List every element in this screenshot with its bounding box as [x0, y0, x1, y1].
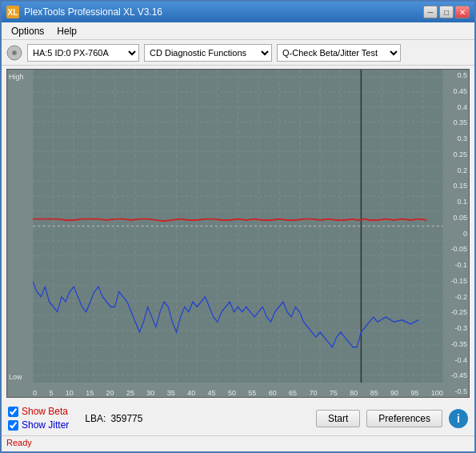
info-button[interactable]: i [449, 409, 468, 428]
window-title: PlexTools Professional XL V3.16 [24, 6, 162, 18]
svg-point-2 [14, 52, 15, 54]
buttons-right: Start Preferences i [316, 409, 468, 428]
beta-row: Show Beta [8, 406, 69, 417]
title-bar-left: XL PlexTools Professional XL V3.16 [6, 6, 162, 18]
lba-area: LBA: 359775 [85, 413, 142, 424]
toolbar: HA:5 ID:0 PX-760A CD Diagnostic Function… [2, 40, 474, 66]
y-axis-right: 0.5 0.45 0.4 0.35 0.3 0.25 0.2 0.15 0.1 … [443, 70, 469, 397]
chart-plot [33, 70, 443, 383]
minimize-button[interactable]: ─ [423, 6, 438, 18]
low-label: Low [9, 373, 22, 381]
title-bar-buttons: ─ □ ✕ [423, 6, 470, 18]
function-select[interactable]: CD Diagnostic Functions [144, 44, 272, 62]
show-jitter-label: Show Jitter [22, 419, 69, 431]
start-button[interactable]: Start [316, 410, 360, 427]
show-jitter-checkbox[interactable] [8, 420, 18, 431]
menu-help[interactable]: Help [50, 24, 83, 38]
app-icon: XL [6, 6, 19, 18]
bottom-panel: Show Beta Show Jitter LBA: 359775 Start … [2, 401, 474, 435]
status-text: Ready [6, 438, 32, 447]
jitter-row: Show Jitter [8, 419, 69, 431]
checkboxes: Show Beta Show Jitter [8, 406, 69, 431]
show-beta-label: Show Beta [22, 406, 68, 417]
x-axis: 0 5 10 15 20 25 30 35 40 45 50 55 60 65 … [33, 383, 443, 397]
preferences-button[interactable]: Preferences [366, 410, 442, 427]
maximize-button[interactable]: □ [439, 6, 454, 18]
lba-value: 359775 [110, 413, 142, 424]
lba-label: LBA: [85, 413, 106, 424]
show-beta-checkbox[interactable] [8, 407, 18, 417]
chart-svg [33, 70, 443, 383]
menu-bar: Options Help [2, 22, 474, 40]
drive-select[interactable]: HA:5 ID:0 PX-760A [27, 44, 139, 62]
status-bar: Ready [2, 435, 474, 451]
chart-area: High Low 0.5 0.45 0.4 0.35 0.3 0.25 0.2 … [6, 69, 470, 398]
menu-options[interactable]: Options [5, 24, 50, 38]
cd-drive-icon [6, 45, 22, 61]
high-label: High [9, 73, 24, 81]
close-button[interactable]: ✕ [455, 6, 470, 18]
test-select[interactable]: Q-Check Beta/Jitter Test [277, 44, 401, 62]
title-bar: XL PlexTools Professional XL V3.16 ─ □ ✕ [2, 2, 474, 22]
main-window: XL PlexTools Professional XL V3.16 ─ □ ✕… [0, 0, 476, 453]
